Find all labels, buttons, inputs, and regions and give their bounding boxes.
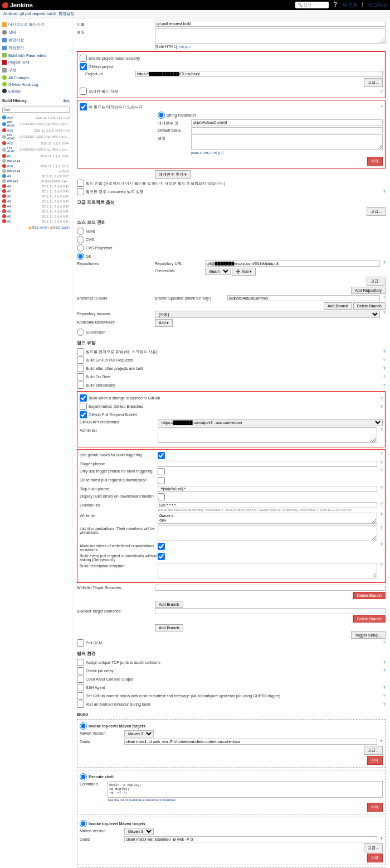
parameters-checkbox[interactable] [80,103,87,110]
help-icon[interactable]: ? [383,641,386,645]
del-shell-button[interactable]: 삭제 [367,803,383,812]
sidebar-nav-item[interactable]: GitHub [2,88,70,94]
help-icon[interactable]: ? [381,396,383,400]
build-row[interactable]: #92016. 11. 2 오후 8:57 [2,173,70,179]
help-icon[interactable]: ? [383,702,386,706]
help-icon[interactable]: ? [377,468,383,472]
sidebar-nav-item[interactable]: 작업공간 [2,44,70,52]
del-step-button-2[interactable]: 삭제 [367,853,383,862]
close-fail-checkbox[interactable] [158,477,165,484]
del-step-button[interactable]: 삭제 [367,756,383,765]
help-icon[interactable]: ? [377,461,383,465]
advanced-button-maven-2[interactable]: 고급... [364,843,383,852]
help-icon[interactable]: ? [383,383,386,387]
trig-time-checkbox[interactable] [77,373,84,380]
build-find-input[interactable] [2,107,70,113]
project-url-input[interactable] [135,71,383,77]
disp-err-checkbox[interactable] [158,493,165,500]
preview-link[interactable]: 미리보기 [178,45,191,49]
trig-phrase-input[interactable] [158,461,377,467]
sidebar-nav-item[interactable]: GitHub Hook Log [2,81,70,88]
trig-remote-checkbox[interactable] [77,348,84,355]
build-row[interactable]: PR #142[CAFESUS-41257] [기발기획자스토리.. [2,133,70,141]
sidebar-nav-item[interactable]: 대시보드로 돌아가기 [2,21,70,28]
org-textarea[interactable] [158,525,377,541]
del-branch-wl-button[interactable]: Delete Branch [353,592,386,599]
maven-radio-2[interactable] [80,820,87,827]
string-param-radio[interactable] [158,112,165,119]
build-row[interactable]: #82016. 11. 2 오후 8:46 [2,184,70,189]
add-branch-wl-button[interactable]: Add Branch [155,601,183,608]
build-row[interactable]: #22016. 11. 2 오후 8:42 [2,214,70,219]
build-row[interactable]: #32016. 11. 2 오후 8:42 [2,209,70,214]
help-icon[interactable]: ? [383,350,386,354]
auto-build-checkbox[interactable] [158,553,165,560]
help-icon[interactable]: ? [381,105,383,109]
trig-ghprb-checkbox[interactable] [80,411,87,418]
env-vars-link[interactable]: See the list of available environment va… [108,798,176,802]
trend-link[interactable]: 추이 [63,99,70,104]
help-icon[interactable]: ? [377,502,383,506]
trig-after-checkbox[interactable] [77,365,84,372]
help-icon[interactable]: ? [383,190,386,194]
build-row[interactable]: PR #142[CAFESUS-41257] [기발기획자스토리.. [2,146,70,153]
concurrent-checkbox[interactable] [77,188,84,195]
del-branch-button[interactable]: Delete Branch [353,302,386,310]
help-icon[interactable]: ? [381,404,383,408]
del-branch-bl-button[interactable]: Delete Branch [353,615,386,623]
build-row[interactable]: #102016. 11. 2 오후 10:12 [2,163,70,168]
trig-exp-checkbox[interactable] [80,403,87,410]
crontab-input[interactable] [158,502,377,508]
expand-icon[interactable]: ▾ [377,739,383,743]
cred-select[interactable]: irteam [205,268,231,275]
bc-2[interactable]: 환경설정 [58,12,74,16]
build-row[interactable]: #122016. 11. 3 오후 10:44 [2,141,70,146]
help-icon[interactable]: ? [377,452,383,456]
sidebar-nav-item[interactable]: 상태 [2,28,70,36]
allow-admin-checkbox[interactable] [158,543,165,550]
disable-build-checkbox[interactable] [77,180,84,187]
default-value-input[interactable] [191,127,383,133]
sidebar-nav-item[interactable]: Project 삭제 [2,59,70,66]
help-icon[interactable]: ? [381,89,383,93]
scm-cvsps-radio[interactable] [77,244,84,252]
search-box[interactable]: 🔍 검색 [295,2,329,8]
build-row[interactable]: #142016. 11. 4 오후 2:049 MB [2,115,70,120]
trig-ghpr-checkbox[interactable] [77,356,84,364]
desc-textarea[interactable] [155,28,386,44]
build-row[interactable]: #132016. 11. 3 오후 10:009 MB [2,128,70,133]
scm-none-radio[interactable] [77,228,84,235]
poll-scm-checkbox[interactable] [77,639,84,647]
cmd-textarea[interactable]: mkdir -p deploy; cd deploy; rm -rf *; [108,781,383,798]
help-icon[interactable]: ? [380,295,386,299]
env-ghstatus-checkbox[interactable] [77,692,84,700]
whitelist-textarea[interactable]: Owners dev [158,513,377,524]
add-param-button[interactable]: 매개변수 추가 ▾ [155,170,191,179]
trigger-setup-button[interactable]: Trigger Setup... [351,631,386,639]
cred-add-button[interactable]: ➕ Add ▾ [232,268,256,276]
bc-1[interactable]: git pull request build [20,12,55,16]
build-desc-textarea[interactable] [158,563,377,578]
add-branch-bl-button[interactable]: Add Branch [155,624,183,631]
goals-input-1[interactable] [124,739,377,745]
build-row[interactable]: #42016. 11. 2 오후 8:43 [2,204,70,209]
help-icon[interactable]: ? [377,525,383,529]
build-row[interactable]: #62016. 11. 2 오후 8:44 [2,194,70,199]
sidebar-nav-item[interactable]: 변경사항 [2,36,70,44]
build-row[interactable]: #52016. 11. 2 오후 8:44 [2,199,70,204]
maven-ver-select-2[interactable]: Maven 3 [124,828,154,835]
help-icon[interactable]: ? [383,694,386,698]
advanced-button-3[interactable]: 고급... [367,277,386,286]
expand-icon[interactable]: ▾ [377,836,383,841]
maven-ver-select[interactable]: Maven 3 [124,730,154,737]
add-branch-button[interactable]: Add Branch [324,302,352,310]
user-link[interactable]: 박건호 [343,2,358,9]
help-icon[interactable]: ? [377,563,383,567]
help-icon[interactable]: ? [380,311,386,315]
trig-push-checkbox[interactable] [80,394,87,402]
bl-target-input[interactable] [155,608,386,614]
build-row[interactable]: #72016. 11. 2 오후 8:45 [2,189,70,194]
wl-target-input[interactable] [155,585,386,591]
jenkins-logo[interactable]: Jenkins [2,2,33,8]
build-row[interactable]: PR #142[CAFESUS-41257] [기발기획자스토리.. [2,120,70,128]
